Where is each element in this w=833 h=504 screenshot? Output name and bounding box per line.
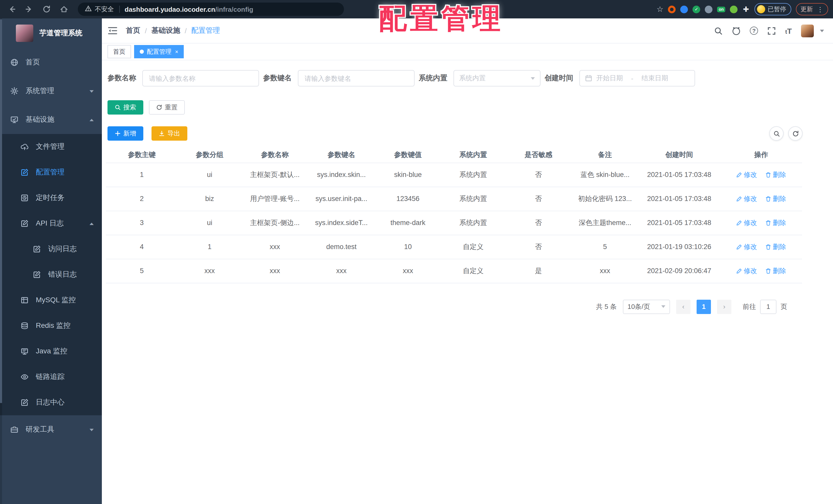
refresh-table-button[interactable] [788, 126, 803, 141]
sidebar-item-access-log[interactable]: 访问日志 [0, 236, 102, 262]
sidebar-item-label: Java 监控 [36, 347, 67, 356]
edit-link[interactable]: 修改 [736, 242, 757, 251]
page-size-value: 10条/页 [627, 302, 650, 311]
bookmark-star-icon[interactable]: ☆ [657, 5, 664, 14]
sidebar-item-tracing[interactable]: 链路追踪 [0, 364, 102, 390]
extension-on-badge[interactable]: on [717, 6, 725, 12]
search-icon[interactable] [714, 26, 723, 35]
avatar-caret-icon[interactable] [820, 29, 824, 32]
export-button[interactable]: 导出 [151, 126, 187, 141]
next-page-button[interactable]: › [717, 299, 731, 314]
table-header-cell: 备注 [572, 147, 638, 162]
extension-green-icon[interactable] [730, 5, 738, 13]
page-size-select[interactable]: 10条/页 [623, 299, 670, 314]
fullscreen-icon[interactable] [767, 26, 776, 35]
chevron-up-icon: ▲ [88, 117, 95, 122]
table-row[interactable]: 2 biz 用户管理-账号... sys.user.init-pa... 123… [106, 187, 802, 211]
edit-link[interactable]: 修改 [736, 194, 757, 203]
sidebar-item-scheduled-jobs[interactable]: 定时任务 [0, 185, 102, 211]
sidebar-item-label: 日志中心 [36, 398, 65, 407]
edit-link[interactable]: 修改 [736, 266, 757, 275]
extensions-puzzle-icon[interactable]: ✚ [742, 5, 750, 13]
browser-home-button[interactable] [57, 3, 71, 16]
sidebar-item-file-manage[interactable]: 文件管理 [0, 134, 102, 159]
paused-extension-badge[interactable]: 已暂停 [755, 3, 791, 15]
monitor-icon [10, 116, 19, 124]
edit-link[interactable]: 修改 [736, 218, 757, 227]
delete-link[interactable]: 删除 [765, 170, 786, 179]
add-button[interactable]: 新增 [108, 126, 143, 141]
sidebar-collapse-icon[interactable] [108, 26, 118, 36]
page-number-1[interactable]: 1 [697, 299, 711, 314]
sidebar-item-api-log[interactable]: API 日志 ▲ [0, 211, 102, 236]
prev-page-button[interactable]: ‹ [676, 299, 690, 314]
help-icon[interactable]: ? [750, 27, 758, 35]
table-row[interactable]: 4 1 xxx demo.test 10 自定义 否 5 2021-01-19 … [106, 235, 802, 259]
breadcrumb-section[interactable]: 基础设施 [151, 26, 180, 35]
extension-orange-icon[interactable] [668, 5, 675, 13]
cell-key: sys.index.sideT... [308, 211, 375, 235]
sidebar-item-label: 系统管理 [26, 86, 54, 96]
sidebar-item-infra[interactable]: 基础设施 ▲ [0, 105, 102, 134]
delete-link[interactable]: 删除 [765, 242, 786, 251]
sidebar-item-error-log[interactable]: 错误日志 [0, 262, 102, 287]
font-size-icon[interactable]: tT [785, 26, 792, 35]
breadcrumb: 首页 / 基础设施 / 配置管理 [126, 26, 220, 35]
filter-name-input[interactable] [142, 70, 259, 86]
cell-sensitive: 否 [505, 211, 572, 235]
extension-gray-icon[interactable] [705, 5, 712, 13]
address-bar[interactable]: 不安全 dashboard.yudao.iocoder.cn /infra/co… [78, 3, 344, 16]
delete-link[interactable]: 删除 [765, 266, 786, 275]
pen-icon [736, 244, 742, 250]
sidebar-item-log-center[interactable]: 日志中心 [0, 390, 102, 415]
github-icon[interactable] [732, 26, 741, 35]
browser-menu-icon[interactable]: ⋮ [817, 5, 824, 13]
browser-reload-button[interactable] [40, 3, 53, 16]
url-host: dashboard.yudao.iocoder.cn [125, 5, 215, 13]
reset-button[interactable]: 重置 [149, 100, 185, 115]
cell-builtin: 自定义 [441, 259, 505, 283]
app-logo-row[interactable]: 芋道管理系统 [0, 19, 102, 48]
security-label[interactable]: 不安全 [95, 5, 114, 14]
table-toolbar: 新增 导出 [108, 126, 833, 141]
toggle-search-button[interactable] [769, 126, 784, 141]
cell-name: 用户管理-账号... [242, 187, 308, 211]
cell-builtin: 系统内置 [441, 211, 505, 235]
tab-config-manage[interactable]: 配置管理 × [134, 45, 184, 58]
user-avatar[interactable] [801, 24, 814, 37]
filter-builtin-label: 系统内置 [419, 74, 453, 83]
search-button[interactable]: 搜索 [108, 100, 143, 115]
config-table: 参数主键参数分组参数名称参数键名参数键值系统内置是否敏感备注创建时间操作 1 u… [106, 147, 803, 283]
table-row[interactable]: 5 xxx xxx xxx xxx 自定义 是 xxx 2021-02-09 2… [106, 259, 802, 283]
cell-actions: 修改 删除 [720, 211, 802, 235]
extension-check-icon[interactable]: ✓ [692, 5, 700, 13]
table-row[interactable]: 3 ui 主框架页-侧边... sys.index.sideT... theme… [106, 211, 802, 235]
filter-builtin-select[interactable]: 系统内置 [453, 70, 541, 86]
filter-key-input[interactable] [298, 70, 414, 86]
table-header-cell: 参数分组 [177, 147, 242, 162]
filter-form: 参数名称 参数键名 系统内置 系统内置 [108, 70, 833, 86]
sidebar-item-dev-tools[interactable]: 研发工具 ▼ [0, 415, 102, 444]
sidebar-item-home[interactable]: 首页 [0, 48, 102, 77]
tab-home[interactable]: 首页 [108, 45, 131, 58]
filter-date-range[interactable]: 开始日期 - 结束日期 [579, 70, 695, 86]
tab-close-icon[interactable]: × [175, 49, 178, 55]
sidebar-scrollbar[interactable] [0, 19, 2, 504]
edit-link[interactable]: 修改 [736, 170, 757, 179]
edit-label: 修改 [744, 218, 757, 227]
sidebar-item-mysql-monitor[interactable]: MySQL 监控 [0, 287, 102, 313]
browser-back-button[interactable] [5, 3, 19, 16]
table-row[interactable]: 1 ui 主框架页-默认... sys.index.skin... skin-b… [106, 162, 802, 187]
sidebar-item-redis-monitor[interactable]: Redis 监控 [0, 313, 102, 338]
delete-link[interactable]: 删除 [765, 218, 786, 227]
sidebar-item-config-manage[interactable]: 配置管理 [0, 159, 102, 185]
browser-forward-button[interactable] [23, 3, 36, 16]
clock-icon [21, 194, 29, 202]
breadcrumb-home[interactable]: 首页 [126, 26, 140, 35]
goto-page-input[interactable] [760, 299, 777, 314]
browser-update-button[interactable]: 更新 ⋮ [796, 3, 828, 15]
extension-pin-icon[interactable] [680, 5, 688, 13]
sidebar-item-system[interactable]: 系统管理 ▼ [0, 77, 102, 105]
sidebar-item-java-monitor[interactable]: Java 监控 [0, 338, 102, 364]
delete-link[interactable]: 删除 [765, 194, 786, 203]
